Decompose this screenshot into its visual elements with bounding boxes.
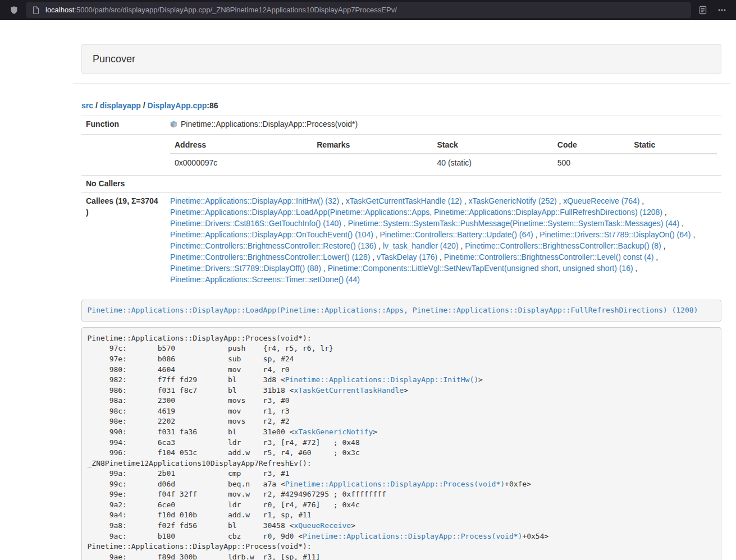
- stats-row: Address Remarks Stack Code Static: [81, 134, 721, 175]
- callee-link[interactable]: lv_task_handler (420): [383, 241, 459, 250]
- breadcrumb-link-displayapp[interactable]: displayapp: [100, 101, 141, 110]
- column-static: Static: [629, 137, 717, 154]
- column-address: Address: [170, 137, 312, 154]
- callers-cell: [166, 175, 721, 192]
- address-value: 0x0000097c: [170, 154, 312, 172]
- shield-icon: [10, 6, 19, 15]
- browser-toolbar: localhost:5000/path/src/displayapp/Displ…: [0, 0, 736, 20]
- function-row: Function Pinetime::Applications::Display…: [81, 116, 721, 135]
- stats-values-row: 0x0000097c 40 (static) 500: [170, 154, 717, 172]
- callee-link[interactable]: Pinetime::Drivers::Cst816S::GetTouchInfo…: [170, 219, 341, 228]
- breadcrumb-link-src[interactable]: src: [81, 101, 93, 110]
- stats-cell: Address Remarks Stack Code Static: [166, 134, 721, 175]
- breadcrumb-link-displayapp-cpp[interactable]: DisplayApp.cpp: [148, 101, 207, 110]
- callers-row: No Callers: [81, 175, 721, 192]
- function-name: Pinetime::Applications::DisplayApp::Proc…: [181, 120, 358, 128]
- url-bar[interactable]: localhost:5000/path/src/displayapp/Displ…: [26, 2, 691, 18]
- static-value: [629, 154, 717, 172]
- more-menu-icon[interactable]: [715, 3, 729, 17]
- callee-link[interactable]: vTaskDelay (176): [377, 253, 437, 261]
- callee-link[interactable]: Pinetime::Applications::DisplayApp::Load…: [170, 208, 662, 217]
- callee-link[interactable]: Pinetime::Controllers::BrightnessControl…: [170, 241, 376, 250]
- function-name-cell: Pinetime::Applications::DisplayApp::Proc…: [166, 116, 721, 135]
- stats-row-spacer: [81, 134, 166, 175]
- remarks-value: [312, 154, 432, 172]
- no-callers-label: No Callers: [81, 175, 166, 192]
- callees-list: Pinetime::Applications::DisplayApp::Init…: [166, 192, 721, 288]
- disasm-symbol-link[interactable]: Pinetime::Applications::DisplayApp::Init…: [285, 375, 478, 384]
- callee-link[interactable]: Pinetime::Controllers::BrightnessControl…: [444, 253, 653, 261]
- callee-link[interactable]: xTaskGenericNotify (252): [468, 196, 556, 205]
- callee-link[interactable]: Pinetime::Controllers::Battery::Update()…: [380, 230, 533, 239]
- disasm-symbol-link[interactable]: xTaskGenericNotify: [294, 428, 373, 436]
- disassembly-pre: Pinetime::Applications::DisplayApp::Proc…: [81, 327, 721, 560]
- column-stack: Stack: [433, 137, 553, 154]
- callees-label: Callees (19, Σ=3704 ): [81, 192, 166, 288]
- callee-link[interactable]: Pinetime::Applications::Screens::Timer::…: [170, 275, 360, 284]
- callee-link[interactable]: Pinetime::Controllers::BrightnessControl…: [465, 241, 661, 250]
- column-code: Code: [553, 137, 629, 154]
- screen: localhost:5000/path/src/displayapp/Displ…: [0, 0, 736, 560]
- reader-mode-icon[interactable]: [696, 3, 710, 17]
- column-remarks: Remarks: [312, 137, 432, 154]
- disasm-symbol-link[interactable]: Pinetime::Applications::DisplayApp::Proc…: [303, 532, 522, 540]
- page-content: Puncover src / displayapp / DisplayApp.c…: [0, 44, 736, 560]
- loadapp-symbol-link[interactable]: Pinetime::Applications::DisplayApp::Load…: [88, 306, 698, 314]
- function-table: Function Pinetime::Applications::Display…: [81, 116, 721, 288]
- divider: [73, 83, 730, 84]
- callee-link[interactable]: Pinetime::Applications::DisplayApp::Init…: [170, 196, 339, 205]
- function-cube-icon: [170, 120, 177, 131]
- callee-link[interactable]: Pinetime::System::SystemTask::PushMessag…: [348, 219, 680, 228]
- url-path: :5000/path/src/displayapp/DisplayApp.cpp…: [74, 6, 397, 14]
- callee-link[interactable]: xTaskGetCurrentTaskHandle (12): [346, 196, 462, 205]
- url-host: localhost: [45, 6, 74, 14]
- stats-table: Address Remarks Stack Code Static: [170, 137, 717, 172]
- url-text: localhost:5000/path/src/displayapp/Displ…: [45, 6, 397, 14]
- callee-link[interactable]: Pinetime::Applications::DisplayApp::OnTo…: [170, 230, 373, 239]
- disasm-symbol-link[interactable]: xQueueReceive: [294, 521, 351, 530]
- tracking-protection-shield-icon[interactable]: [7, 3, 21, 17]
- callee-link[interactable]: Pinetime::Drivers::St7789::DisplayOn() (…: [540, 230, 691, 239]
- code-value: 500: [553, 154, 629, 172]
- callees-row: Callees (19, Σ=3704 ) Pinetime::Applicat…: [81, 192, 721, 288]
- breadcrumb: src / displayapp / DisplayApp.cpp:86: [81, 101, 721, 110]
- page-info-icon[interactable]: [31, 6, 40, 15]
- callee-highlight-block: Pinetime::Applications::DisplayApp::Load…: [81, 300, 721, 322]
- stack-value: 40 (static): [433, 154, 553, 172]
- app-header-panel: Puncover: [81, 44, 721, 74]
- callee-link[interactable]: Pinetime::Components::LittleVgl::SetNewT…: [328, 264, 633, 273]
- function-label: Function: [81, 116, 166, 135]
- disasm-symbol-link[interactable]: xTaskGetCurrentTaskHandle: [294, 386, 404, 394]
- disasm-symbol-link[interactable]: Pinetime::Applications::DisplayApp::Proc…: [285, 480, 505, 488]
- callee-link[interactable]: Pinetime::Drivers::St7789::DisplayOff() …: [170, 264, 321, 273]
- app-title: Puncover: [93, 52, 710, 66]
- stats-header-row: Address Remarks Stack Code Static: [170, 137, 717, 154]
- callee-link[interactable]: Pinetime::Controllers::BrightnessControl…: [170, 253, 370, 261]
- callee-link[interactable]: xQueueReceive (764): [563, 196, 639, 205]
